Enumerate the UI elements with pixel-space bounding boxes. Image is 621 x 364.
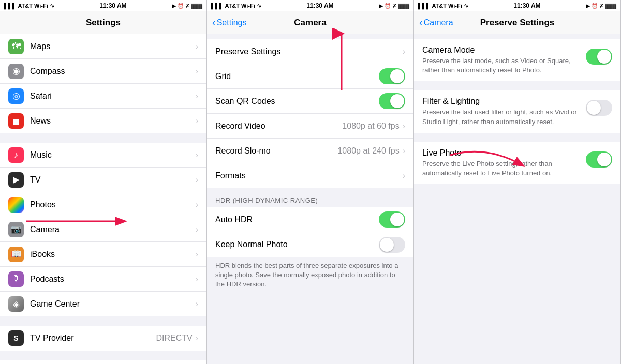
grid-toggle[interactable] — [379, 68, 405, 84]
row-keep-normal[interactable]: Keep Normal Photo — [207, 232, 413, 257]
ibooks-icon: 📖 — [8, 247, 24, 262]
status-bar-1: ▌▌▌ AT&T Wi-Fi ∿ 11:30 AM ▶ ⏰ ✗ ▓▓▓ — [0, 0, 206, 11]
row-tvprovider[interactable]: S TV Provider DIRECTV › — [0, 326, 206, 351]
row-live-photo[interactable]: Live Photo Preserve the Live Photo setti… — [414, 142, 620, 184]
back-label-3: Camera — [424, 18, 453, 27]
scan-qr-toggle[interactable] — [379, 93, 405, 109]
podcasts-label: Podcasts — [30, 275, 196, 284]
gamecenter-chevron: › — [196, 299, 198, 309]
row-music[interactable]: ♪ Music › — [0, 143, 206, 168]
camera-mode-toggle-wrap — [586, 49, 612, 65]
group-maps-news: 🗺 Maps › ◉ Compass › ◎ Safari › ◼ News — [0, 34, 206, 133]
filter-lighting-toggle[interactable] — [586, 100, 612, 116]
preserve-group: Camera Mode Preserve the last mode, such… — [414, 39, 620, 81]
filter-lighting-toggle-wrap — [586, 100, 612, 116]
panel-preserve-settings: ▌▌▌ AT&T Wi-Fi ∿ 11:30 AM ▶ ⏰ ✗ ▓▓▓ ‹ Ca… — [414, 0, 621, 364]
row-gamecenter[interactable]: ◈ Game Center › — [0, 292, 206, 316]
row-formats[interactable]: Formats › — [207, 163, 413, 188]
signal-icon-2: ▌▌▌ — [211, 3, 223, 9]
row-tv[interactable]: ▶ TV › — [0, 168, 206, 192]
camera-chevron: › — [196, 225, 198, 234]
panel-camera: ▌▌▌ AT&T Wi-Fi ∿ 11:30 AM ▶ ⏰ ✗ ▓▓▓ ‹ Se… — [207, 0, 414, 364]
row-auto-hdr[interactable]: Auto HDR — [207, 207, 413, 232]
live-photo-toggle[interactable] — [586, 151, 612, 168]
row-grid[interactable]: Grid — [207, 64, 413, 89]
alarm-icon-2: ⏰ — [385, 3, 391, 9]
record-video-chevron: › — [403, 122, 405, 131]
grid-label: Grid — [215, 72, 379, 81]
row-ibooks[interactable]: 📖 iBooks › — [0, 242, 206, 267]
divider-2 — [414, 133, 620, 142]
preserve-settings-label: Preserve Settings — [215, 47, 403, 56]
camera-group-1: Preserve Settings › Grid Scan QR Codes — [207, 39, 413, 188]
camera-mode-toggle[interactable] — [586, 49, 612, 65]
ibooks-label: iBooks — [30, 250, 196, 259]
nav-bar-2: ‹ Settings Camera — [207, 11, 413, 34]
row-safari[interactable]: ◎ Safari › — [0, 84, 206, 109]
preserve-settings-list[interactable]: Camera Mode Preserve the last mode, such… — [414, 34, 620, 364]
top-spacer-3 — [414, 34, 620, 39]
keep-normal-toggle-thumb — [380, 238, 394, 252]
back-to-camera[interactable]: ‹ Camera — [419, 18, 453, 27]
row-photos[interactable]: Photos › — [0, 192, 206, 217]
hdr-group: Auto HDR Keep Normal Photo — [207, 207, 413, 257]
row-maps[interactable]: 🗺 Maps › — [0, 34, 206, 59]
camera-icon: 📷 — [8, 222, 24, 237]
back-to-settings[interactable]: ‹ Settings — [212, 18, 246, 27]
row-preserve-settings[interactable]: Preserve Settings › — [207, 39, 413, 64]
row-record-video[interactable]: Record Video 1080p at 60 fps › — [207, 114, 413, 139]
gamecenter-label: Game Center — [30, 299, 196, 309]
group-1blocker: ① 1Blocker › — [0, 360, 206, 364]
back-chevron-2: ‹ — [212, 17, 216, 27]
alarm-icon: ⏰ — [178, 3, 184, 9]
nav-bar-3: ‹ Camera Preserve Settings — [414, 11, 620, 34]
keep-normal-toggle[interactable] — [379, 237, 405, 253]
record-slomo-label: Record Slo-mo — [215, 146, 337, 156]
location-icon: ▶ — [172, 3, 176, 9]
top-spacer — [207, 34, 413, 39]
row-record-slomo[interactable]: Record Slo-mo 1080p at 240 fps › — [207, 139, 413, 163]
bluetooth-icon-2: ✗ — [392, 3, 396, 9]
news-label: News — [30, 116, 196, 126]
filter-lighting-desc: Preserve the last used filter or light, … — [422, 108, 586, 126]
tvprovider-value: DIRECTV — [156, 333, 192, 343]
formats-label: Formats — [215, 171, 403, 180]
photos-label: Photos — [30, 200, 196, 209]
live-photo-title: Live Photo — [422, 148, 586, 158]
row-camera-mode[interactable]: Camera Mode Preserve the last mode, such… — [414, 39, 620, 81]
row-camera[interactable]: 📷 Camera › — [0, 217, 206, 242]
status-carrier-3: ▌▌▌ AT&T Wi-Fi ∿ — [418, 3, 468, 9]
settings-list-1[interactable]: 🗺 Maps › ◉ Compass › ◎ Safari › ◼ News — [0, 34, 206, 364]
row-scan-qr[interactable]: Scan QR Codes — [207, 89, 413, 114]
row-podcasts[interactable]: 🎙 Podcasts › — [0, 267, 206, 292]
status-time-3: 11:30 AM — [513, 2, 540, 9]
maps-icon: 🗺 — [8, 39, 24, 54]
auto-hdr-toggle[interactable] — [379, 211, 405, 228]
status-carrier-2: ▌▌▌ AT&T Wi-Fi ∿ — [211, 3, 261, 9]
record-video-value: 1080p at 60 fps — [342, 122, 399, 131]
row-filter-lighting[interactable]: Filter & Lighting Preserve the last used… — [414, 90, 620, 132]
alarm-icon-3: ⏰ — [592, 3, 598, 9]
camera-settings-list[interactable]: Preserve Settings › Grid Scan QR Codes — [207, 34, 413, 364]
scan-qr-label: Scan QR Codes — [215, 97, 379, 106]
podcasts-icon: 🎙 — [8, 271, 24, 287]
podcasts-chevron: › — [196, 275, 198, 284]
camera-mode-desc: Preserve the last mode, such as Video or… — [422, 56, 586, 75]
signal-icon-3: ▌▌▌ — [418, 3, 430, 9]
camera-mode-toggle-thumb — [597, 50, 611, 64]
record-slomo-value: 1080p at 240 fps — [337, 146, 399, 156]
wifi-icon-3: ∿ — [464, 3, 468, 9]
photos-chevron: › — [196, 200, 198, 209]
music-icon: ♪ — [8, 147, 24, 163]
nav-title-3: Preserve Settings — [480, 18, 555, 28]
row-1blocker[interactable]: ① 1Blocker › — [0, 360, 206, 364]
row-news[interactable]: ◼ News › — [0, 109, 206, 133]
battery-icon-2: ▓▓▓ — [398, 3, 409, 9]
maps-label: Maps — [30, 42, 196, 51]
row-compass[interactable]: ◉ Compass › — [0, 59, 206, 84]
group-music-gamecenter: ♪ Music › ▶ TV › Photos › 📷 Camera — [0, 143, 206, 316]
wifi-icon: ∿ — [50, 3, 54, 9]
auto-hdr-label: Auto HDR — [215, 215, 379, 224]
status-bar-3: ▌▌▌ AT&T Wi-Fi ∿ 11:30 AM ▶ ⏰ ✗ ▓▓▓ — [414, 0, 620, 11]
status-bar-2: ▌▌▌ AT&T Wi-Fi ∿ 11:30 AM ▶ ⏰ ✗ ▓▓▓ — [207, 0, 413, 11]
